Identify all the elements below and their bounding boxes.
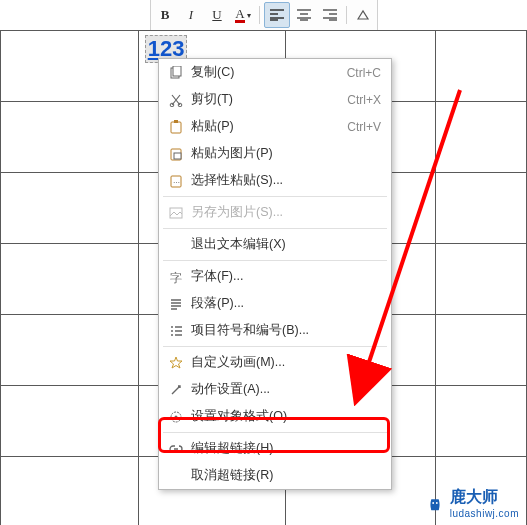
menu-format-object[interactable]: 设置对象格式(O)... — [159, 403, 391, 430]
cell[interactable] — [1, 244, 139, 315]
copy-icon — [165, 66, 187, 80]
hyperlink-icon — [165, 442, 187, 456]
animation-icon — [165, 356, 187, 370]
logo-domain: ludashiwj.com — [450, 508, 519, 519]
cell[interactable] — [1, 31, 139, 102]
menu-label: 动作设置(A)... — [187, 381, 381, 398]
menu-copy[interactable]: 复制(C) Ctrl+C — [159, 59, 391, 86]
menu-bullets-numbering[interactable]: 项目符号和编号(B)... — [159, 317, 391, 344]
separator — [346, 6, 347, 24]
cell[interactable] — [436, 31, 527, 102]
separator — [259, 6, 260, 24]
menu-paste-special[interactable]: ⋯ 选择性粘贴(S)... — [159, 167, 391, 194]
align-center-button[interactable] — [292, 3, 316, 27]
cell[interactable] — [436, 173, 527, 244]
menu-separator — [163, 346, 387, 347]
menu-action-settings[interactable]: 动作设置(A)... — [159, 376, 391, 403]
menu-paste[interactable]: 粘贴(P) Ctrl+V — [159, 113, 391, 140]
menu-paragraph[interactable]: 段落(P)... — [159, 290, 391, 317]
deer-icon — [424, 492, 446, 514]
paste-icon — [165, 120, 187, 134]
cell[interactable] — [1, 386, 139, 457]
bucket-icon — [356, 8, 370, 22]
menu-label: 粘贴(P) — [187, 118, 347, 135]
formatting-toolbar: B I U A ▾ — [150, 0, 378, 31]
svg-point-13 — [171, 330, 173, 332]
font-icon: 字 — [165, 270, 187, 284]
italic-icon: I — [189, 7, 193, 23]
cell[interactable] — [1, 102, 139, 173]
svg-point-12 — [171, 326, 173, 328]
menu-label: 设置对象格式(O)... — [187, 408, 381, 425]
cell[interactable] — [1, 173, 139, 244]
menu-label: 字体(F)... — [187, 268, 381, 285]
align-left-button[interactable] — [264, 2, 290, 28]
paragraph-icon — [165, 297, 187, 311]
bold-button[interactable]: B — [153, 3, 177, 27]
cell[interactable] — [436, 102, 527, 173]
menu-separator — [163, 260, 387, 261]
align-right-icon — [323, 9, 337, 21]
svg-point-18 — [432, 502, 434, 504]
svg-rect-5 — [174, 120, 178, 123]
svg-rect-4 — [171, 122, 181, 133]
fill-color-button[interactable] — [351, 3, 375, 27]
menu-cut[interactable]: 剪切(T) Ctrl+X — [159, 86, 391, 113]
svg-text:⋯: ⋯ — [173, 179, 180, 186]
menu-label: 段落(P)... — [187, 295, 381, 312]
menu-separator — [163, 196, 387, 197]
logo-name: 鹿大师 — [450, 488, 498, 505]
menu-remove-hyperlink[interactable]: 取消超链接(R) — [159, 462, 391, 489]
menu-shortcut: Ctrl+V — [347, 120, 381, 134]
paste-special-icon: ⋯ — [165, 174, 187, 188]
cell[interactable] — [436, 386, 527, 457]
menu-separator — [163, 432, 387, 433]
font-color-button[interactable]: A ▾ — [231, 3, 255, 27]
cell[interactable] — [436, 315, 527, 386]
italic-button[interactable]: I — [179, 3, 203, 27]
paste-picture-icon — [165, 147, 187, 161]
svg-point-14 — [171, 334, 173, 336]
cell[interactable] — [1, 457, 139, 526]
menu-shortcut: Ctrl+C — [347, 66, 381, 80]
bold-icon: B — [161, 7, 170, 23]
menu-separator — [163, 228, 387, 229]
menu-label: 自定义动画(M)... — [187, 354, 381, 371]
font-color-icon: A — [235, 8, 244, 23]
menu-save-as-picture: 另存为图片(S)... — [159, 199, 391, 226]
svg-rect-10 — [170, 208, 182, 218]
menu-label: 退出文本编辑(X) — [187, 236, 381, 253]
svg-rect-1 — [173, 66, 181, 76]
menu-edit-hyperlink[interactable]: 编辑超链接(H)... — [159, 435, 391, 462]
align-left-icon — [270, 9, 284, 21]
format-object-icon — [165, 410, 187, 424]
align-right-button[interactable] — [318, 3, 342, 27]
menu-label: 取消超链接(R) — [187, 467, 381, 484]
menu-shortcut: Ctrl+X — [347, 93, 381, 107]
svg-text:字: 字 — [170, 271, 182, 284]
action-icon — [165, 383, 187, 397]
context-menu: 复制(C) Ctrl+C 剪切(T) Ctrl+X 粘贴(P) Ctrl+V 粘… — [158, 58, 392, 490]
underline-icon: U — [212, 7, 221, 23]
svg-point-19 — [436, 502, 438, 504]
svg-point-16 — [175, 415, 178, 418]
menu-paste-as-picture[interactable]: 粘贴为图片(P) — [159, 140, 391, 167]
menu-label: 粘贴为图片(P) — [187, 145, 381, 162]
menu-exit-text-edit[interactable]: 退出文本编辑(X) — [159, 231, 391, 258]
menu-label: 选择性粘贴(S)... — [187, 172, 381, 189]
picture-icon — [165, 206, 187, 220]
menu-label: 编辑超链接(H)... — [187, 440, 381, 457]
cell[interactable] — [436, 244, 527, 315]
bullets-icon — [165, 324, 187, 338]
menu-custom-animation[interactable]: 自定义动画(M)... — [159, 349, 391, 376]
menu-label: 剪切(T) — [187, 91, 347, 108]
cut-icon — [165, 93, 187, 107]
underline-button[interactable]: U — [205, 3, 229, 27]
menu-label: 另存为图片(S)... — [187, 204, 381, 221]
align-center-icon — [297, 9, 311, 21]
cell[interactable] — [1, 315, 139, 386]
watermark-logo: 鹿大师 ludashiwj.com — [424, 487, 519, 519]
menu-label: 项目符号和编号(B)... — [187, 322, 381, 339]
menu-font[interactable]: 字 字体(F)... — [159, 263, 391, 290]
menu-label: 复制(C) — [187, 64, 347, 81]
